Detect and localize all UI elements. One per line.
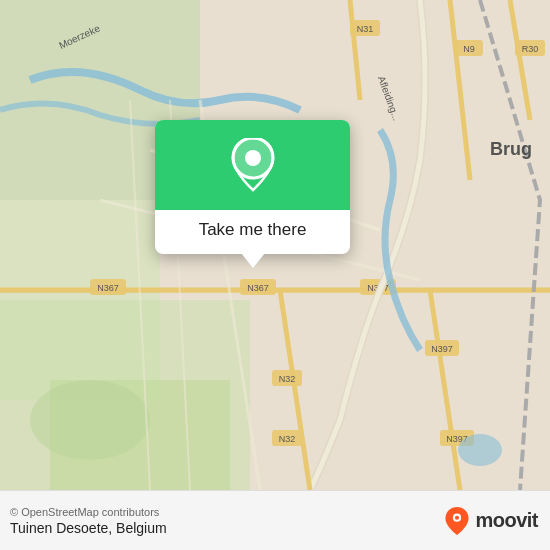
svg-point-47 xyxy=(455,515,459,519)
location-popup[interactable]: Take me there xyxy=(155,120,350,254)
location-pin-icon xyxy=(231,138,275,192)
footer-bar: © OpenStreetMap contributors Tuinen Deso… xyxy=(0,490,550,550)
svg-text:N397: N397 xyxy=(431,344,453,354)
svg-text:N367: N367 xyxy=(97,283,119,293)
svg-text:Brug: Brug xyxy=(490,139,532,159)
svg-text:N9: N9 xyxy=(463,44,475,54)
svg-text:N367: N367 xyxy=(247,283,269,293)
moovit-brand-text: moovit xyxy=(475,509,538,532)
take-me-there-button[interactable]: Take me there xyxy=(181,210,325,254)
svg-point-5 xyxy=(30,380,150,460)
moovit-pin-icon xyxy=(443,507,471,535)
moovit-logo: moovit xyxy=(443,507,538,535)
footer-left: © OpenStreetMap contributors Tuinen Deso… xyxy=(10,506,167,536)
svg-point-45 xyxy=(246,151,260,165)
svg-text:N32: N32 xyxy=(279,434,296,444)
svg-text:N31: N31 xyxy=(357,24,374,34)
map-area[interactable]: N367 N367 N367 N9 N31 R30 N32 N32 xyxy=(0,0,550,490)
svg-text:R30: R30 xyxy=(522,44,539,54)
popup-header xyxy=(155,120,350,210)
copyright-text: © OpenStreetMap contributors xyxy=(10,506,167,518)
svg-text:N32: N32 xyxy=(279,374,296,384)
svg-point-41 xyxy=(458,434,502,466)
location-name: Tuinen Desoete, Belgium xyxy=(10,520,167,536)
